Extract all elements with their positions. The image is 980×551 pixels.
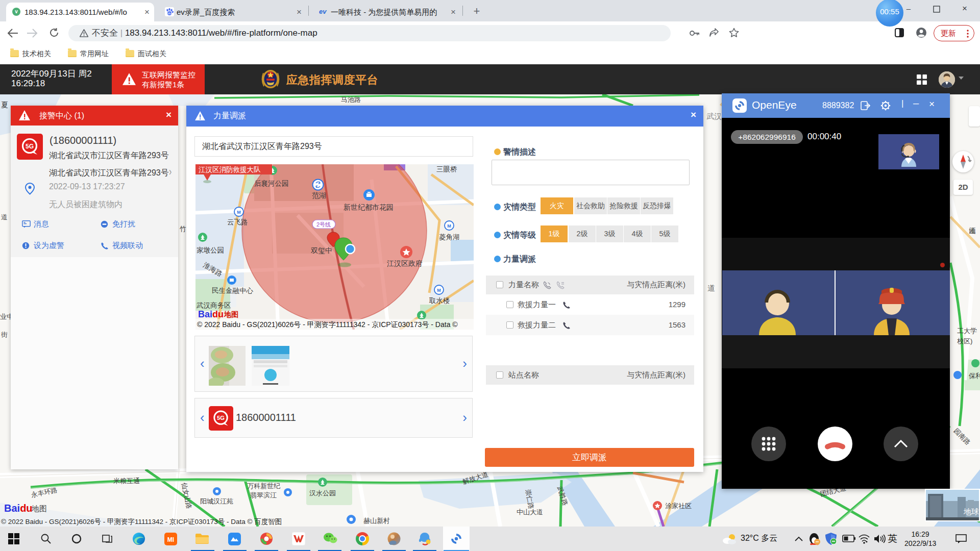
svg-text:民生金融中心: 民生金融中心: [212, 287, 254, 294]
svg-text:5G: 5G: [217, 415, 225, 421]
svg-text:双玺中: 双玺中: [311, 246, 332, 255]
svg-text:三眼桥: 三眼桥: [436, 165, 457, 173]
svg-text:du: du: [168, 12, 172, 15]
svg-text:M: M: [447, 223, 451, 229]
svg-text:武汉商务区: 武汉商务区: [196, 302, 231, 309]
svg-text:江汉区消防救援大队: 江汉区消防救援大队: [199, 166, 261, 173]
svg-text:翡翠滨江: 翡翠滨江: [250, 491, 277, 499]
svg-text:米粮互通: 米粮互通: [113, 477, 140, 485]
svg-text:2号线: 2号线: [316, 221, 331, 228]
svg-text:赫山新村: 赫山新村: [363, 517, 390, 524]
svg-text:家墩公园: 家墩公园: [197, 246, 224, 254]
svg-text:新世纪都市花园: 新世纪都市花园: [344, 203, 394, 211]
svg-text:菱角湖: 菱角湖: [439, 233, 460, 241]
svg-text:工大学: 工大学: [957, 327, 977, 335]
svg-text:中山大道: 中山大道: [517, 508, 543, 516]
svg-text:万科新世纪: 万科新世纪: [247, 482, 281, 490]
svg-text:地图: 地图: [31, 504, 47, 513]
svg-text:马池路: 马池路: [341, 96, 361, 104]
svg-text:竹: 竹: [180, 225, 186, 233]
svg-text:云飞路: 云飞路: [227, 218, 248, 226]
svg-text:© 2022 Baidu - GS(2021)6026号 -: © 2022 Baidu - GS(2021)6026号 - 甲测资字11111…: [197, 320, 458, 329]
svg-text:校区): 校区): [957, 337, 972, 345]
svg-text:江汉区政府: 江汉区政府: [387, 259, 423, 267]
svg-text:MI: MI: [167, 536, 174, 543]
svg-text:5G: 5G: [26, 143, 34, 150]
svg-text:道: 道: [1, 213, 8, 221]
svg-text:保利: 保利: [969, 372, 980, 380]
svg-text:M: M: [237, 210, 241, 215]
svg-text:Baidu: Baidu: [198, 309, 224, 319]
svg-text:后襄河公园: 后襄河公园: [254, 180, 289, 187]
svg-text:阳城汉江苑: 阳城汉江苑: [200, 497, 233, 505]
svg-text:汉水公园: 汉水公园: [309, 489, 336, 497]
svg-text:夏: 夏: [1, 101, 8, 109]
svg-text:武汉: 武汉: [706, 112, 722, 120]
svg-text:© 2022 Baidu - GS(2021)6026号 -: © 2022 Baidu - GS(2021)6026号 - 甲测资字11111…: [1, 518, 282, 525]
svg-text:道: 道: [707, 284, 715, 292]
svg-text:涂家社区: 涂家社区: [665, 502, 692, 510]
svg-text:街: 街: [1, 331, 8, 338]
svg-text:范湖: 范湖: [312, 191, 326, 199]
svg-text:地图: 地图: [224, 310, 238, 318]
svg-text:Baidu: Baidu: [4, 503, 33, 514]
svg-text:地球: 地球: [963, 507, 979, 516]
svg-text:取水楼: 取水楼: [429, 297, 450, 305]
svg-text:M: M: [437, 288, 441, 293]
